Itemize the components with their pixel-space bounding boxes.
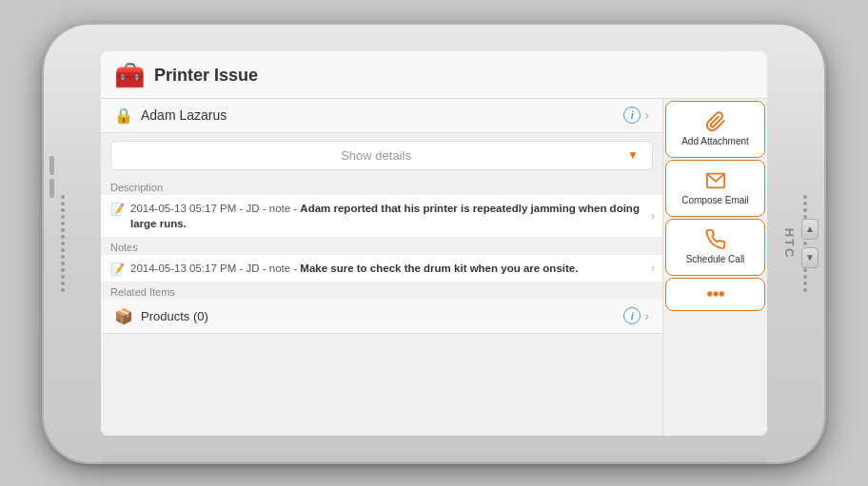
actions-panel: Add Attachment Compose Email (662, 99, 767, 436)
note-chevron-2: › (651, 262, 655, 275)
note-row-1[interactable]: 📝 2014-05-13 05:17 PM - JD - note - Adam… (101, 195, 662, 238)
add-attachment-label: Add Attachment (681, 136, 749, 146)
chevron-right-icon: › (644, 107, 649, 123)
note-text-1: 2014-05-13 05:17 PM - JD - note - Adam r… (130, 201, 653, 231)
paperclip-icon (705, 111, 726, 132)
volume-down[interactable] (49, 179, 54, 198)
note-text-2: 2014-05-13 05:17 PM - JD - note - Make s… (130, 261, 653, 276)
box-icon: 📦 (114, 307, 133, 325)
phone-body: ▲ ▼ HTC 🧰 Printer Issue 🔒 Adam (44, 25, 824, 462)
screen-reflection (101, 453, 767, 463)
note-icon-2: 📝 (110, 262, 125, 276)
add-attachment-button[interactable]: Add Attachment (665, 101, 765, 158)
more-button[interactable] (665, 278, 765, 311)
compose-email-button[interactable]: Compose Email (665, 160, 765, 217)
email-icon (705, 170, 726, 191)
show-details-label: Show details (125, 148, 627, 163)
screen: 🧰 Printer Issue 🔒 Adam Lazarus i (101, 51, 767, 436)
main-panel: 🔒 Adam Lazarus i › Show details ▼ (101, 99, 662, 436)
volume-up[interactable] (49, 156, 54, 175)
dropdown-arrow-icon: ▼ (627, 148, 639, 162)
contact-name: Adam Lazarus (141, 107, 227, 123)
volume-buttons (49, 156, 54, 198)
compose-email-label: Compose Email (681, 195, 749, 205)
svg-point-3 (720, 292, 723, 296)
notes-section-label: Notes (101, 238, 662, 255)
speaker-left (61, 195, 65, 292)
note-icon-1: 📝 (110, 203, 125, 216)
svg-point-2 (714, 292, 718, 296)
related-left: 📦 Products (0) (114, 307, 208, 325)
contact-icon: 🔒 (114, 107, 133, 125)
phone-device: ▲ ▼ HTC 🧰 Printer Issue 🔒 Adam (44, 25, 824, 462)
note-row-2[interactable]: 📝 2014-05-13 05:17 PM - JD - note - Make… (101, 255, 662, 282)
more-icon (705, 286, 726, 301)
header-icon: 🧰 (114, 61, 145, 90)
related-right: i › (623, 307, 649, 324)
related-products-row[interactable]: 📦 Products (0) i › (101, 300, 662, 334)
related-section-label: Related Items (101, 282, 662, 300)
nav-up[interactable]: ▲ (801, 219, 819, 240)
contact-right: i › (623, 107, 649, 124)
related-info-icon[interactable]: i (623, 307, 641, 324)
nav-buttons: ▲ ▼ (801, 219, 819, 268)
app-header: 🧰 Printer Issue (101, 51, 767, 99)
related-chevron-icon: › (644, 308, 649, 323)
note-chevron-1: › (651, 209, 655, 223)
description-section-label: Description (101, 178, 662, 195)
schedule-call-label: Schedule Call (686, 254, 745, 264)
show-details-bar[interactable]: Show details ▼ (110, 141, 653, 170)
phone-icon (705, 229, 726, 250)
nav-down[interactable]: ▼ (801, 247, 819, 268)
info-icon[interactable]: i (623, 107, 641, 124)
page-title: Printer Issue (154, 66, 258, 86)
related-products-label: Products (0) (141, 309, 208, 323)
schedule-call-button[interactable]: Schedule Call (665, 219, 765, 276)
contact-left: 🔒 Adam Lazarus (114, 107, 227, 125)
svg-point-1 (708, 292, 712, 296)
contact-row[interactable]: 🔒 Adam Lazarus i › (101, 99, 662, 133)
brand-label: HTC (782, 227, 797, 259)
content-area: 🔒 Adam Lazarus i › Show details ▼ (101, 99, 767, 436)
